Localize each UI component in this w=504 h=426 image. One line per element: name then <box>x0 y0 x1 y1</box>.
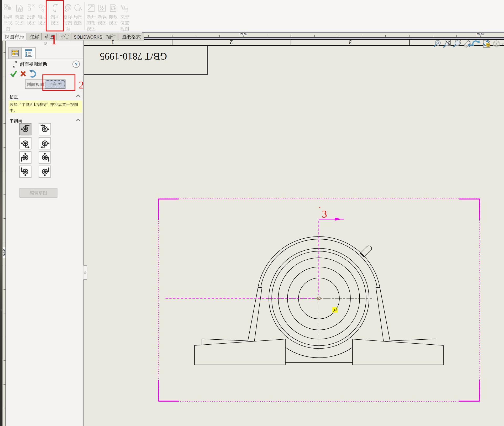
svg-text:SOLIDWORKS: SOLIDWORKS <box>74 35 102 39</box>
svg-text:2: 2 <box>230 39 233 46</box>
svg-text:?: ? <box>75 62 77 67</box>
svg-text:200.00: 200.00 <box>3 249 6 256</box>
svg-text:3: 3 <box>322 208 327 220</box>
svg-text:100.00: 100.00 <box>240 33 247 35</box>
svg-text:A: A <box>79 6 82 11</box>
svg-text:200.00: 200.00 <box>477 33 484 35</box>
svg-text:2: 2 <box>79 79 84 91</box>
svg-text:GB/T 7810-1995: GB/T 7810-1995 <box>100 51 167 62</box>
svg-text:3: 3 <box>349 39 352 46</box>
svg-text:1: 1 <box>50 32 57 47</box>
